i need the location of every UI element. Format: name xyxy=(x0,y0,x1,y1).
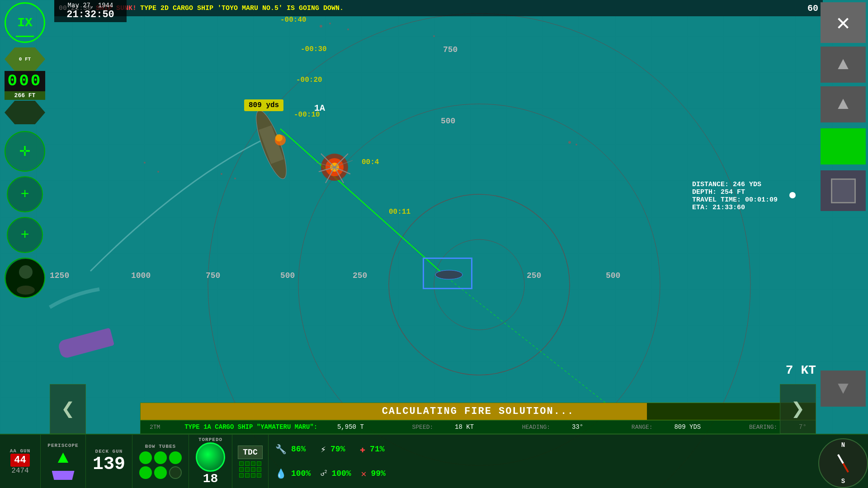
scroll-up-button-2[interactable]: ▲ xyxy=(821,86,866,122)
plus-icon-2: + xyxy=(20,227,29,244)
tube-3 xyxy=(169,451,182,464)
tdc-dot-8 xyxy=(257,467,261,472)
aa-gun-count: 2474 xyxy=(11,467,28,475)
ship-label: 1A xyxy=(314,103,325,113)
cross-icon: ✚ xyxy=(360,444,365,455)
target-type-id: 2TM xyxy=(150,424,160,431)
torpedo-travel-time: TRAVEL TIME: 00:01:09 xyxy=(692,196,778,204)
deck-gun-label: DECK GUN xyxy=(95,449,123,454)
compass-rose: N S xyxy=(818,438,868,488)
close-button[interactable]: ✕ xyxy=(821,2,866,43)
periscope-ship-icon xyxy=(52,471,75,480)
target-distance-label: 809 yds xyxy=(244,99,283,111)
periscope-up-icon: ▲ xyxy=(57,448,68,469)
nav-right-button[interactable]: ❯ xyxy=(780,384,816,434)
fire-solution-panel: CALCULATING FIRE SOLUTION... 2TM TYPE 1A… xyxy=(140,403,816,434)
target-speed: 18 KT xyxy=(455,423,474,431)
green-indicator xyxy=(821,128,866,164)
time-display: 21:32:50 xyxy=(58,9,123,20)
wrench-pct: 86% xyxy=(291,445,316,454)
status-row-1: 🔧 86% ⚡ 79% ✚ 71% xyxy=(275,444,861,455)
x-pct: 99% xyxy=(371,469,396,478)
tube-4 xyxy=(139,466,152,479)
tdc-dot-2 xyxy=(245,461,250,466)
range-label-500b: 500 xyxy=(280,271,295,280)
date-display: May 27, 1944 xyxy=(58,2,123,9)
tdc-dot-9 xyxy=(239,473,244,478)
bow-tubes-section[interactable]: BOW TUBES xyxy=(132,435,189,488)
aa-gun-label: AA GUN xyxy=(10,448,31,454)
chevron-up-icon-1: ▲ xyxy=(838,55,849,75)
time-label-2: -00:30 xyxy=(301,45,327,53)
speed-label: SPEED: xyxy=(412,424,433,431)
reload-pct: 100% xyxy=(331,469,356,478)
right-panel: ✕ ▲ ▲ ▼ xyxy=(818,0,868,407)
aa-gun-readout: 44 xyxy=(10,454,29,467)
target-tonnage: 5,950 T xyxy=(337,423,364,431)
water-pct: 100% xyxy=(291,469,316,478)
depth-indicator: 0 FT 000 266 FT xyxy=(5,47,45,124)
square-button[interactable] xyxy=(821,170,866,211)
speed-indicator: 7 KT xyxy=(786,363,816,377)
torpedo-section: TORPEDO 18 xyxy=(189,435,232,488)
periscope-section[interactable]: PERISCOPE ▲ xyxy=(41,435,86,488)
periscope-image xyxy=(5,258,45,298)
svg-point-3 xyxy=(389,194,570,375)
wrench-icon: 🔧 xyxy=(275,444,287,455)
bottom-hud: AA GUN 44 2474 PERISCOPE ▲ DECK GUN 139 … xyxy=(0,434,868,488)
tdc-dot-4 xyxy=(257,461,261,466)
explosion-effect xyxy=(316,149,353,185)
svg-point-35 xyxy=(17,286,35,295)
tube-6 xyxy=(169,466,182,479)
nav-left-button[interactable]: ❮ xyxy=(50,384,86,434)
range-label-500c: 500 xyxy=(606,271,620,280)
tdc-dot-6 xyxy=(245,467,250,472)
left-panel: IX 0 FT 000 266 FT ✛ + + xyxy=(0,0,50,316)
tdc-section[interactable]: TDC xyxy=(232,435,269,488)
sunk-message: TYPE 2D CARGO SHIP 'TOYO MARU NO.5' IS G… xyxy=(140,5,344,12)
square-inner xyxy=(831,178,856,203)
range-label-750b: 750 xyxy=(206,271,220,280)
deck-gun-value: 139 xyxy=(93,454,125,474)
target-heading: 33° xyxy=(572,423,583,431)
time-label-3: -00:20 xyxy=(296,76,322,84)
tube-1 xyxy=(139,451,152,464)
time-label-6: 00:11 xyxy=(389,208,410,216)
right-arrow-icon: ❯ xyxy=(791,395,805,423)
tdc-dot-1 xyxy=(239,461,244,466)
tdc-button[interactable]: TDC xyxy=(238,446,262,459)
time-label-1: -00:40 xyxy=(280,16,307,24)
zoom-in-button[interactable]: + xyxy=(7,176,43,212)
scroll-down-button[interactable]: ▼ xyxy=(821,371,866,407)
status-section: 🔧 86% ⚡ 79% ✚ 71% 💧 100% ↺2 100% ✕ 99% xyxy=(269,435,868,488)
notification-bar: 00:22:30 SHIP SUNK! TYPE 2D CARGO SHIP '… xyxy=(54,0,823,16)
depth-ft-label: 266 FT xyxy=(5,91,45,100)
range-label-250: 250 xyxy=(353,271,367,280)
tdc-dot-10 xyxy=(245,473,250,478)
nav-cross-button[interactable]: ✛ xyxy=(5,131,45,172)
range-label: RANGE: xyxy=(632,424,653,431)
scroll-up-button-1[interactable]: ▲ xyxy=(821,47,866,83)
bow-tubes-label: BOW TUBES xyxy=(145,444,176,449)
tubes-grid xyxy=(139,451,182,479)
white-dot-indicator xyxy=(789,192,796,198)
svg-line-6 xyxy=(448,278,610,407)
notification-counter: 60 xyxy=(807,3,818,14)
roman-numeral-button[interactable]: IX xyxy=(5,2,45,43)
time-label-5: 00:4 xyxy=(362,158,379,166)
periscope-label: PERISCOPE xyxy=(47,443,78,448)
torpedo-indicator xyxy=(196,442,225,472)
target-range: 809 YDS xyxy=(674,423,701,431)
range-label-500: 500 xyxy=(441,117,455,126)
aa-gun-value: 44 xyxy=(10,454,29,467)
tdc-dot-11 xyxy=(251,473,255,478)
svg-point-22 xyxy=(435,270,462,279)
status-row-2: 💧 100% ↺2 100% ✕ 99% xyxy=(275,468,861,479)
water-icon: 💧 xyxy=(275,468,287,479)
action-button[interactable]: + xyxy=(7,217,43,253)
periscope-view-circle[interactable] xyxy=(5,258,45,298)
range-label-1250: 1250 xyxy=(50,271,69,280)
tube-2 xyxy=(154,451,167,464)
torpedo-value: 18 xyxy=(203,472,218,486)
torpedo-depth: DEPTH: 254 FT xyxy=(692,188,778,196)
